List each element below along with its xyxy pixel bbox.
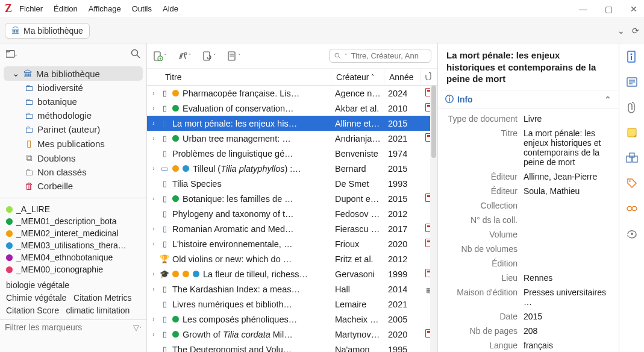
sync-button[interactable]: ⟳ [632, 26, 639, 36]
year-cell: 2012 [384, 254, 420, 264]
color-tag[interactable]: _MEM03_utilisations_thera… [6, 239, 140, 251]
tag[interactable]: Chimie végétale [6, 293, 66, 303]
collection-item[interactable]: 🗀botanique [0, 95, 146, 108]
tag[interactable]: climatic limitation [66, 306, 130, 315]
table-row[interactable]: ›▯Les composés phénoliques…Macheix …2005 [147, 312, 437, 327]
new-note-button[interactable]: ˅ [227, 51, 241, 61]
quick-search[interactable]: ˅ [329, 49, 431, 63]
table-row[interactable]: ▯Phylogeny and taxonomy of t…Fedosov …20… [147, 206, 437, 221]
collection-item[interactable]: 🗀méthodologie [0, 108, 146, 122]
tag-filter-input[interactable] [5, 322, 130, 332]
library-selector[interactable]: 🏛 Ma bibliothèque [5, 23, 90, 39]
collection-item[interactable]: 🗀Parinet (auteur) [0, 122, 146, 136]
table-row[interactable]: ▯Problèmes de linguistique gé…Benveniste… [147, 146, 437, 161]
color-tag[interactable]: _MEM01_description_bota [6, 215, 140, 227]
add-attachment-button[interactable]: ˅ [202, 51, 216, 61]
twisty-icon[interactable]: › [151, 120, 157, 127]
color-tag[interactable]: _MEM00_iconographie [6, 263, 140, 275]
field-value[interactable]: Allinne, Jean-Pierre [524, 172, 611, 181]
twisty-icon[interactable]: › [151, 165, 157, 172]
table-row[interactable]: ›▯Growth of Tilia cordata Mil…Martynov…2… [147, 327, 437, 342]
close-button[interactable]: ✕ [628, 4, 639, 14]
table-row[interactable]: ▯Tilia SpeciesDe Smet1993 [147, 176, 437, 191]
collection-item[interactable]: ▯Mes publications [0, 136, 146, 151]
table-row[interactable]: ›▯Urban tree management: …Andrianja…2021 [147, 131, 437, 146]
collection-item[interactable]: 🗀Non classés [0, 165, 146, 179]
tab-tags[interactable] [625, 176, 639, 190]
menu-file[interactable]: Fichier [19, 4, 43, 13]
new-item-button[interactable]: + ˅ [153, 51, 167, 61]
twisty-icon[interactable]: › [151, 195, 157, 202]
filter-menu-button[interactable]: ▽˅ [133, 323, 142, 332]
field-value[interactable]: français [524, 341, 611, 350]
menu-tools[interactable]: Outils [132, 4, 152, 13]
twisty-icon[interactable]: › [151, 240, 157, 247]
tab-locate[interactable] [625, 227, 639, 241]
table-row[interactable]: ›▯Pharmacopée française. Lis…Agence n…20… [147, 86, 437, 101]
quick-search-input[interactable] [351, 51, 426, 60]
field-value[interactable]: 208 [524, 326, 611, 336]
field-value[interactable]: Livre [524, 114, 611, 124]
table-row[interactable]: ›▯L'histoire environnementale, …Frioux20… [147, 236, 437, 251]
tab-related[interactable] [625, 201, 639, 216]
new-collection-button[interactable]: + [6, 49, 17, 60]
maximize-button[interactable]: ▢ [603, 4, 614, 14]
twisty-icon[interactable]: › [151, 225, 157, 232]
table-row[interactable]: ›▯Botanique: les familles de …Dupont e…2… [147, 191, 437, 206]
color-tag[interactable]: _MEM02_interet_medicinal [6, 227, 140, 239]
library-root[interactable]: ⌄ 🏛 Ma bibliothèque [4, 66, 143, 81]
tabs-menu-button[interactable]: ⌄ [617, 26, 625, 36]
twisty-icon[interactable]: › [151, 331, 157, 338]
menu-help[interactable]: Aide [163, 4, 178, 13]
table-row[interactable]: ▯Livres numériques et biblioth…Lemaire20… [147, 297, 437, 312]
collection-item[interactable]: ⧉Doublons [0, 151, 146, 165]
column-header-attachment[interactable] [420, 69, 437, 85]
field-value[interactable]: Rennes [524, 273, 611, 283]
info-section-header[interactable]: ⓘ Info ⌃ [438, 90, 619, 109]
collection-item[interactable]: 🗑Corbeille [0, 179, 146, 193]
field-value[interactable]: Presses universitaires … [524, 288, 611, 307]
tab-libraries[interactable] [625, 151, 639, 165]
twisty-icon[interactable]: › [151, 105, 157, 112]
table-row[interactable]: ›🎓La fleur de tilleul, richess…Gervasoni… [147, 266, 437, 281]
table-row[interactable]: ›▯Romanian Aromatic and Med…Fierascu …20… [147, 221, 437, 236]
tag[interactable]: biologie végétale [6, 280, 69, 290]
field-value[interactable]: La mort pénale: les enjeux historiques e… [524, 128, 611, 167]
column-header-title[interactable]: Titre [147, 69, 331, 85]
item-type-icon: ▭ [160, 164, 169, 173]
twisty-icon[interactable]: › [151, 90, 157, 96]
year-cell: 2014 [384, 284, 420, 294]
add-by-identifier-button[interactable]: ˅ [178, 51, 192, 61]
field-label: Éditeur [445, 186, 524, 196]
twisty-icon[interactable]: › [151, 135, 157, 142]
tab-info[interactable] [625, 49, 639, 64]
twisty-icon[interactable]: › [151, 271, 157, 277]
table-row[interactable]: ›▯Evaluation of conservation…Akbar et al… [147, 101, 437, 116]
table-row[interactable]: 🏆Old violins or new: which do …Fritz et … [147, 251, 437, 266]
tag[interactable]: Citation Score [6, 306, 59, 315]
table-row[interactable]: ›▯The Kardashian Index: a meas…Hall2014▦ [147, 281, 437, 297]
column-header-creator[interactable]: Créateur ˄ [331, 69, 384, 85]
tab-abstract[interactable] [625, 75, 639, 89]
tag[interactable]: Citation Metrics [73, 293, 131, 303]
color-tag[interactable]: _MEM04_ethnobotanique [6, 251, 140, 263]
collection-item[interactable]: 🗀biodiversité [0, 81, 146, 95]
twisty-icon[interactable]: › [151, 316, 157, 322]
field-value[interactable]: Soula, Mathieu [524, 186, 611, 196]
table-row[interactable]: ▯The Deuteronomist and Volu…Na'amon1995 [147, 342, 437, 352]
table-row[interactable]: ›▯La mort pénale: les enjeux his…Allinne… [147, 116, 437, 131]
twisty-icon[interactable]: › [151, 286, 157, 292]
menu-edit[interactable]: Édition [54, 4, 78, 13]
tag-label: _MEM01_description_bota [16, 216, 117, 226]
tab-notes[interactable] [625, 125, 639, 140]
collection-search-button[interactable] [131, 49, 140, 60]
table-row[interactable]: ›▭Tilleul (Tilia platyphyllos) :…Bernard… [147, 161, 437, 176]
minimize-button[interactable]: — [578, 4, 589, 14]
column-header-year[interactable]: Année [384, 69, 420, 85]
field-value[interactable]: 2015 [524, 312, 611, 321]
scrollbar-thumb[interactable] [431, 86, 436, 158]
color-tag[interactable]: _A_LIRE [6, 203, 140, 215]
tab-attachments[interactable] [625, 100, 639, 115]
menu-view[interactable]: Affichage [89, 4, 121, 13]
vertical-scrollbar[interactable] [430, 86, 437, 352]
